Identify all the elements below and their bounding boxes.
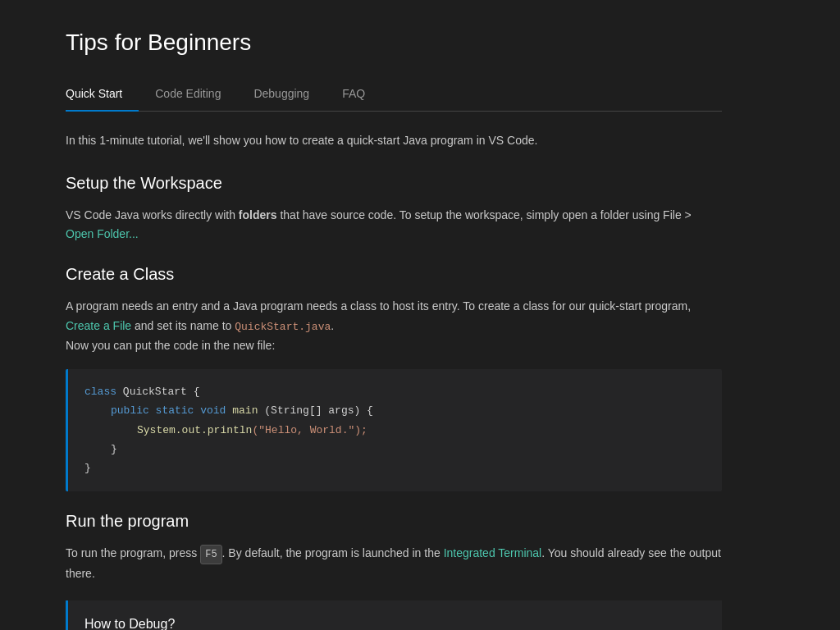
code-method-main: main [232,404,258,417]
create-class-text1: A program needs an entry and a Java prog… [66,299,691,313]
workspace-bold: folders [239,208,277,221]
create-class-text2: and set its name to [131,319,235,332]
create-class-text4: Now you can put the code in the new file… [66,339,275,352]
integrated-terminal-link[interactable]: Integrated Terminal [444,546,542,559]
create-class-text: A program needs an entry and a Java prog… [66,297,722,356]
code-line-5: } [84,459,705,477]
code-keyword-class: class [84,386,116,398]
run-section: Run the program To run the program, pres… [66,508,722,584]
workspace-title: Setup the Workspace [66,170,722,196]
page-title: Tips for Beginners [66,25,722,62]
workspace-section: Setup the Workspace VS Code Java works d… [66,170,722,245]
code-close-method: } [111,443,117,455]
workspace-text: VS Code Java works directly with folders… [66,206,722,245]
tab-code-editing[interactable]: Code Editing [155,78,237,111]
code-method-args: (String[] args) { [264,404,373,417]
filename-code: QuickStart.java [235,321,331,333]
code-println: System.out.println [137,424,252,436]
code-line-3: System.out.println("Hello, World."); [84,421,705,440]
run-text: To run the program, press F5. By default… [66,544,722,584]
tab-quick-start[interactable]: Quick Start [66,78,139,111]
run-text2: . By default, the program is launched in… [222,546,444,559]
f5-key-run: F5 [200,545,221,564]
code-line-4: } [84,440,705,459]
run-title: Run the program [66,508,722,534]
create-file-link[interactable]: Create a File [66,319,131,332]
open-folder-link[interactable]: Open Folder... [66,227,139,240]
code-line-2: public static void main (String[] args) … [84,401,705,420]
intro-text: In this 1-minute tutorial, we'll show yo… [66,131,722,149]
debug-callout: How to Debug? When you press F5, you are… [66,600,722,630]
workspace-text-after: that have source code. To setup the work… [277,208,692,221]
code-close-class: } [84,462,91,474]
tab-debugging[interactable]: Debugging [253,78,326,111]
code-classname: QuickStart { [123,386,200,398]
workspace-text-before: VS Code Java works directly with [66,208,239,221]
create-class-title: Create a Class [66,261,722,287]
code-string: ("Hello, World."); [252,424,367,436]
run-text1: To run the program, press [66,546,200,559]
tab-faq[interactable]: FAQ [342,78,381,111]
tab-bar: Quick Start Code Editing Debugging FAQ [66,78,722,112]
create-class-section: Create a Class A program needs an entry … [66,261,722,491]
code-line-1: class QuickStart { [84,382,705,401]
code-block: class QuickStart { public static void ma… [66,369,722,491]
debug-callout-title: How to Debug? [84,614,705,630]
code-keyword-method: public static void [111,404,226,417]
create-class-text3: . [331,319,334,332]
